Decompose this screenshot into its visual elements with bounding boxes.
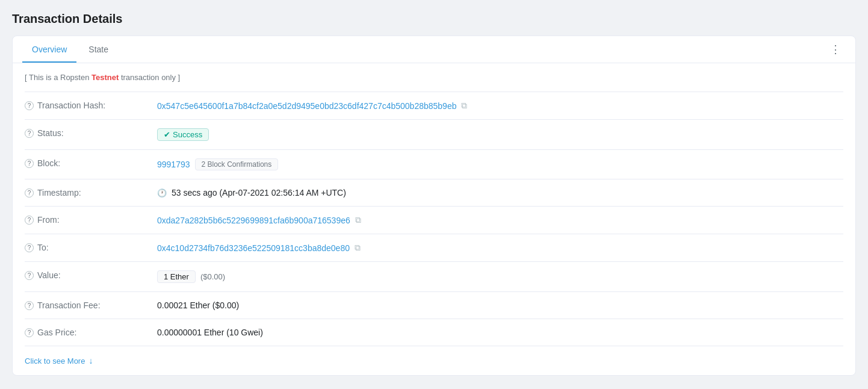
row-transaction-hash: ? Transaction Hash: 0x547c5e645600f1a7b8… <box>25 92 843 119</box>
clock-icon: 🕐 <box>157 188 167 198</box>
help-icon-to[interactable]: ? <box>25 243 34 252</box>
value-status: ✔ Success <box>157 128 843 141</box>
label-timestamp: ? Timestamp: <box>25 188 157 198</box>
page-title: Transaction Details <box>12 12 856 26</box>
help-icon-value[interactable]: ? <box>25 271 34 280</box>
row-value: ? Value: 1 Ether ($0.00) <box>25 261 843 291</box>
value-block: 9991793 2 Block Confirmations <box>157 158 843 170</box>
label-gas-price: ? Gas Price: <box>25 328 157 337</box>
help-icon-block[interactable]: ? <box>25 159 34 168</box>
row-transaction-fee: ? Transaction Fee: 0.00021 Ether ($0.00) <box>25 291 843 319</box>
label-transaction-fee: ? Transaction Fee: <box>25 300 157 310</box>
copy-from-icon[interactable]: ⧉ <box>355 215 361 225</box>
to-address-link[interactable]: 0x4c10d2734fb76d3236e522509181cc3ba8de0e… <box>157 243 350 253</box>
block-confirmations-badge: 2 Block Confirmations <box>195 158 279 170</box>
value-gas-price: 0.00000001 Ether (10 Gwei) <box>157 328 843 337</box>
transaction-card: Overview State ⋮ [ This is a Ropsten Tes… <box>12 36 856 376</box>
arrow-down-icon: ↓ <box>88 356 93 366</box>
help-icon-timestamp[interactable]: ? <box>25 188 34 198</box>
banner-prefix: [ This is a Ropsten <box>25 73 91 82</box>
label-to: ? To: <box>25 243 157 252</box>
ether-badge: 1 Ether <box>157 270 196 283</box>
banner-suffix: transaction only ] <box>119 73 180 82</box>
from-address-link[interactable]: 0xda27a282b5b6c5229699891cfa6b900a716539… <box>157 216 350 225</box>
value-from: 0xda27a282b5b6c5229699891cfa6b900a716539… <box>157 215 843 225</box>
help-icon-from[interactable]: ? <box>25 216 34 225</box>
check-icon: ✔ <box>164 130 170 139</box>
help-icon-tx-hash[interactable]: ? <box>25 101 34 110</box>
label-block: ? Block: <box>25 158 157 168</box>
value-ether: 1 Ether ($0.00) <box>157 270 843 283</box>
row-timestamp: ? Timestamp: 🕐 53 secs ago (Apr-07-2021 … <box>25 179 843 206</box>
row-to: ? To: 0x4c10d2734fb76d3236e522509181cc3b… <box>25 234 843 261</box>
value-to: 0x4c10d2734fb76d3236e522509181cc3ba8de0e… <box>157 243 843 253</box>
testnet-highlight: Testnet <box>91 73 119 82</box>
click-to-see-more[interactable]: Click to see More ↓ <box>25 346 843 375</box>
row-from: ? From: 0xda27a282b5b6c5229699891cfa6b90… <box>25 206 843 234</box>
label-transaction-hash: ? Transaction Hash: <box>25 101 157 110</box>
row-block: ? Block: 9991793 2 Block Confirmations <box>25 149 843 179</box>
help-icon-fee[interactable]: ? <box>25 301 34 310</box>
card-body: [ This is a Ropsten Testnet transaction … <box>13 73 855 375</box>
help-icon-status[interactable]: ? <box>25 129 34 138</box>
value-timestamp: 🕐 53 secs ago (Apr-07-2021 02:56:14 AM +… <box>157 188 843 198</box>
label-value: ? Value: <box>25 270 157 280</box>
value-transaction-hash: 0x547c5e645600f1a7b84cf2a0e5d2d9495e0bd2… <box>157 101 843 111</box>
tab-overview[interactable]: Overview <box>22 36 76 63</box>
label-from: ? From: <box>25 215 157 225</box>
tx-hash-link[interactable]: 0x547c5e645600f1a7b84cf2a0e5d2d9495e0bd2… <box>157 101 456 111</box>
row-gas-price: ? Gas Price: 0.00000001 Ether (10 Gwei) <box>25 319 843 346</box>
testnet-banner: [ This is a Ropsten Testnet transaction … <box>25 73 843 82</box>
row-status: ? Status: ✔ Success <box>25 119 843 149</box>
block-number-link[interactable]: 9991793 <box>157 160 190 169</box>
value-usd: ($0.00) <box>200 272 225 281</box>
label-status: ? Status: <box>25 128 157 138</box>
copy-to-icon[interactable]: ⧉ <box>355 243 361 253</box>
more-options-icon[interactable]: ⋮ <box>825 39 846 60</box>
tab-state[interactable]: State <box>79 36 118 63</box>
copy-tx-hash-icon[interactable]: ⧉ <box>461 101 467 111</box>
status-badge: ✔ Success <box>157 128 209 141</box>
help-icon-gas[interactable]: ? <box>25 328 34 337</box>
value-transaction-fee: 0.00021 Ether ($0.00) <box>157 300 843 310</box>
tab-bar: Overview State ⋮ <box>13 36 855 63</box>
